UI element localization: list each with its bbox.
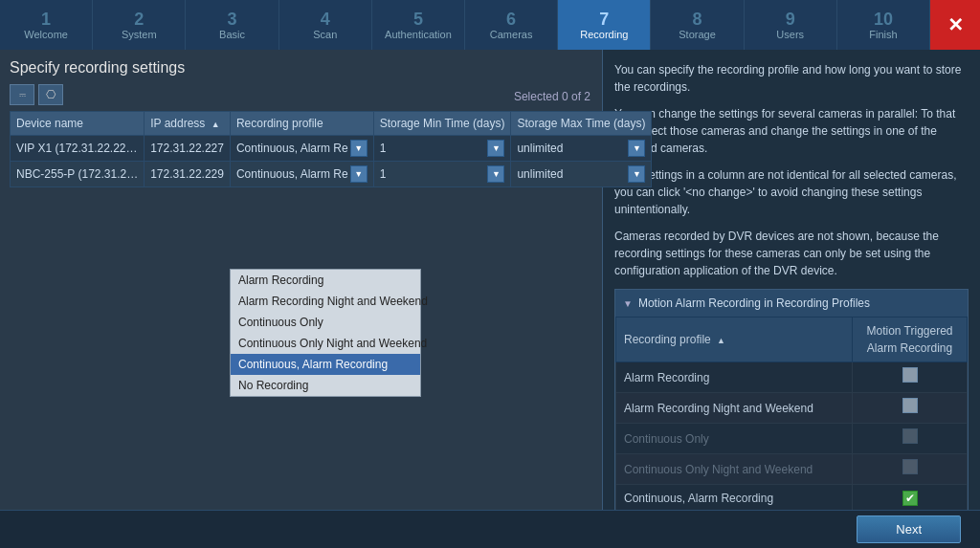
step-num-9: 9 [786, 11, 795, 28]
max-value-1: unlimited [517, 142, 626, 155]
step-num-2: 2 [134, 11, 144, 28]
profile-value-1: Continuous, Alarm Re [236, 142, 348, 155]
motion-alarm-header[interactable]: ▼ Motion Alarm Recording in Recording Pr… [615, 290, 968, 317]
motion-profile-1: Alarm Recording [616, 362, 853, 393]
step-num-10: 10 [874, 11, 893, 28]
devices-table: Device name IP address ▲ Recording profi… [10, 111, 652, 187]
min-cell-1: 1 ▼ [373, 136, 511, 162]
motion-profile-2: Alarm Recording Night and Weekend [616, 393, 853, 424]
nav-step-authentication[interactable]: 5 Authentication [372, 0, 465, 50]
motion-checkbox-3 [902, 428, 918, 444]
min-dropdown-arrow-1[interactable]: ▼ [487, 140, 504, 157]
dropdown-item-no-recording[interactable]: No Recording [231, 375, 420, 396]
profile-dropdown-1[interactable]: Continuous, Alarm Re ▼ [236, 140, 368, 157]
main-area: Specify recording settings ⎓ ⎔ Selected … [0, 50, 980, 510]
nav-step-basic[interactable]: 3 Basic [186, 0, 278, 50]
profile-dropdown-arrow-2[interactable]: ▼ [350, 165, 368, 183]
device-name-1: VIP X1 (172.31.22.22… [11, 136, 145, 162]
max-dropdown-1[interactable]: unlimited ▼ [517, 140, 645, 157]
dropdown-item-continuous-night[interactable]: Continuous Only Night and Weekend [231, 333, 420, 354]
next-button[interactable]: Next [857, 515, 961, 543]
toolbar: ⎓ ⎔ [10, 84, 592, 105]
max-dropdown-2[interactable]: unlimited ▼ [517, 165, 645, 183]
col-header-device[interactable]: Device name [11, 112, 145, 136]
table-row: NBC-255-P (172.31.2… 172.31.22.229 Conti… [11, 162, 652, 187]
col-header-max[interactable]: Storage Max Time (days) [511, 112, 652, 136]
left-panel: Specify recording settings ⎓ ⎔ Selected … [0, 50, 603, 510]
profile-value-2: Continuous, Alarm Re [236, 167, 348, 181]
min-dropdown-1[interactable]: 1 ▼ [380, 140, 505, 157]
col-header-ip[interactable]: IP address ▲ [145, 112, 231, 136]
ip-address-2: 172.31.22.229 [145, 162, 231, 187]
step-label-cameras: Cameras [490, 29, 533, 40]
motion-checkbox-cell-4 [853, 454, 968, 485]
step-label-finish: Finish [869, 29, 897, 40]
nav-step-users[interactable]: 9 Users [745, 0, 837, 50]
motion-checkbox-2[interactable] [902, 398, 918, 413]
max-value-2: unlimited [517, 167, 626, 181]
step-num-5: 5 [413, 11, 423, 28]
step-num-6: 6 [506, 11, 516, 28]
col-header-profile[interactable]: Recording profile [230, 112, 373, 136]
motion-checkbox-cell-1[interactable] [853, 362, 968, 393]
dropdown-item-alarm[interactable]: Alarm Recording [231, 270, 420, 291]
device-name-2: NBC-255-P (172.31.2… [11, 162, 145, 187]
max-dropdown-arrow-2[interactable]: ▼ [628, 165, 645, 183]
step-num-3: 3 [228, 11, 237, 28]
step-label-welcome: Welcome [24, 29, 68, 40]
min-value-1: 1 [380, 142, 486, 155]
nav-step-storage[interactable]: 8 Storage [651, 0, 744, 50]
motion-profile-4: Continuous Only Night and Weekend [616, 454, 853, 485]
profile-dropdown-2[interactable]: Continuous, Alarm Re ▼ [236, 165, 368, 183]
dropdown-item-continuous[interactable]: Continuous Only [231, 312, 420, 333]
copy-button[interactable]: ⎓ [10, 84, 34, 105]
motion-profile-5: Continuous, Alarm Recording [616, 485, 853, 511]
ip-address-1: 172.31.22.227 [145, 136, 231, 162]
step-label-system: System [122, 29, 157, 40]
motion-alarm-title: Motion Alarm Recording in Recording Prof… [638, 295, 870, 312]
motion-checkbox-cell-2[interactable] [853, 393, 968, 424]
motion-checkbox-cell-5[interactable]: ✔ [853, 485, 968, 511]
profile-dropdown-arrow-1[interactable]: ▼ [350, 140, 368, 157]
nav-step-finish[interactable]: 10 Finish [837, 0, 930, 50]
nav-step-cameras[interactable]: 6 Cameras [465, 0, 558, 50]
min-value-2: 1 [380, 167, 486, 181]
step-label-scan: Scan [313, 29, 337, 40]
nav-step-system[interactable]: 2 System [93, 0, 186, 50]
dropdown-item-continuous-alarm[interactable]: Continuous, Alarm Recording [231, 354, 420, 375]
profile-dropdown-menu: Alarm Recording Alarm Recording Night an… [230, 269, 421, 397]
step-label-basic: Basic [219, 29, 245, 40]
step-label-recording: Recording [580, 29, 628, 40]
max-dropdown-arrow-1[interactable]: ▼ [628, 140, 645, 157]
min-dropdown-2[interactable]: 1 ▼ [380, 165, 505, 183]
nav-step-scan[interactable]: 4 Scan [279, 0, 372, 50]
table-container: Device name IP address ▲ Recording profi… [10, 111, 592, 500]
profile-cell-1: Continuous, Alarm Re ▼ [230, 136, 373, 162]
motion-checkbox-1[interactable] [902, 367, 918, 383]
desc3: If the settings in a column are not iden… [614, 166, 969, 218]
min-dropdown-arrow-2[interactable]: ▼ [487, 165, 504, 183]
motion-row-continuous: Continuous Only [616, 424, 968, 454]
page-title: Specify recording settings [10, 59, 592, 77]
close-button[interactable]: ✕ [930, 0, 980, 50]
col-header-min[interactable]: Storage Min Time (days) [373, 112, 511, 136]
desc1: You can specify the recording profile an… [614, 61, 969, 96]
motion-checkbox-4 [902, 459, 918, 474]
profile-cell-2: Continuous, Alarm Re ▼ [230, 162, 373, 187]
bottom-bar: Next [0, 510, 980, 548]
nav-step-welcome[interactable]: 1 Welcome [0, 0, 93, 50]
desc2: You can change the settings for several … [614, 105, 969, 157]
motion-checkbox-5[interactable]: ✔ [902, 491, 918, 506]
table-row: VIP X1 (172.31.22.22… 172.31.22.227 Cont… [11, 136, 652, 162]
dropdown-item-alarm-night[interactable]: Alarm Recording Night and Weekend [231, 291, 420, 312]
motion-row-alarm: Alarm Recording [616, 362, 968, 393]
step-label-storage: Storage [679, 29, 716, 40]
max-cell-1: unlimited ▼ [511, 136, 652, 162]
motion-row-continuous-alarm: Continuous, Alarm Recording ✔ [616, 485, 968, 511]
step-num-8: 8 [693, 11, 702, 28]
step-num-1: 1 [41, 11, 51, 28]
paste-button[interactable]: ⎔ [38, 84, 63, 105]
desc4: Cameras recorded by DVR devices are not … [614, 228, 969, 279]
motion-checkbox-cell-3 [853, 424, 968, 454]
nav-step-recording[interactable]: 7 Recording [558, 0, 651, 50]
